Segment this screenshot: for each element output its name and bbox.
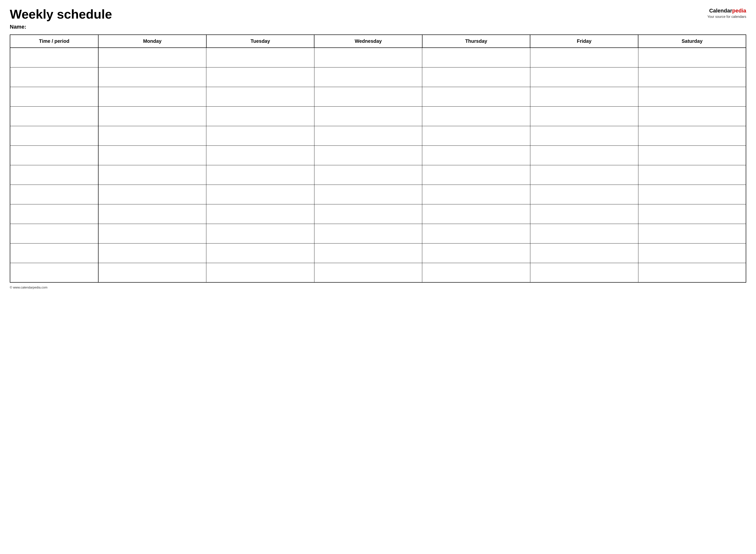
day-cell[interactable]	[422, 48, 530, 67]
day-cell[interactable]	[638, 146, 746, 165]
logo-tagline: Your source for calendars	[707, 14, 746, 19]
table-row	[10, 87, 746, 106]
time-cell[interactable]	[10, 67, 98, 87]
day-cell[interactable]	[530, 67, 638, 87]
day-cell[interactable]	[530, 263, 638, 282]
table-row	[10, 146, 746, 165]
day-cell[interactable]	[98, 48, 206, 67]
day-cell[interactable]	[314, 48, 422, 67]
day-cell[interactable]	[530, 48, 638, 67]
day-cell[interactable]	[206, 48, 314, 67]
day-cell[interactable]	[314, 67, 422, 87]
page-header: Weekly schedule Calendarpedia Your sourc…	[10, 7, 746, 21]
day-cell[interactable]	[314, 204, 422, 224]
day-cell[interactable]	[314, 126, 422, 146]
page-title: Weekly schedule	[10, 7, 112, 21]
day-cell[interactable]	[206, 204, 314, 224]
day-cell[interactable]	[638, 126, 746, 146]
day-cell[interactable]	[206, 224, 314, 243]
time-cell[interactable]	[10, 48, 98, 67]
day-cell[interactable]	[638, 243, 746, 263]
time-cell[interactable]	[10, 263, 98, 282]
day-cell[interactable]	[638, 165, 746, 184]
day-cell[interactable]	[98, 146, 206, 165]
day-cell[interactable]	[206, 106, 314, 126]
day-cell[interactable]	[422, 224, 530, 243]
day-cell[interactable]	[206, 87, 314, 106]
day-cell[interactable]	[314, 146, 422, 165]
time-cell[interactable]	[10, 204, 98, 224]
table-row	[10, 224, 746, 243]
day-cell[interactable]	[98, 224, 206, 243]
day-cell[interactable]	[314, 263, 422, 282]
day-cell[interactable]	[98, 106, 206, 126]
day-cell[interactable]	[530, 165, 638, 184]
day-cell[interactable]	[422, 67, 530, 87]
day-cell[interactable]	[530, 126, 638, 146]
day-cell[interactable]	[314, 106, 422, 126]
time-cell[interactable]	[10, 106, 98, 126]
day-cell[interactable]	[98, 243, 206, 263]
table-row	[10, 48, 746, 67]
day-cell[interactable]	[530, 106, 638, 126]
day-cell[interactable]	[422, 243, 530, 263]
day-cell[interactable]	[314, 87, 422, 106]
day-cell[interactable]	[206, 263, 314, 282]
footer: © www.calendarpedia.com	[10, 286, 746, 289]
day-cell[interactable]	[638, 263, 746, 282]
day-cell[interactable]	[638, 106, 746, 126]
table-row	[10, 243, 746, 263]
day-cell[interactable]	[422, 126, 530, 146]
time-cell[interactable]	[10, 146, 98, 165]
day-cell[interactable]	[314, 165, 422, 184]
time-cell[interactable]	[10, 165, 98, 184]
day-cell[interactable]	[638, 87, 746, 106]
day-cell[interactable]	[422, 184, 530, 204]
day-cell[interactable]	[314, 224, 422, 243]
time-cell[interactable]	[10, 224, 98, 243]
day-cell[interactable]	[98, 204, 206, 224]
day-cell[interactable]	[206, 126, 314, 146]
logo-area: Calendarpedia Your source for calendars	[707, 7, 746, 19]
day-cell[interactable]	[206, 146, 314, 165]
day-cell[interactable]	[638, 224, 746, 243]
day-cell[interactable]	[98, 165, 206, 184]
day-cell[interactable]	[638, 67, 746, 87]
day-cell[interactable]	[530, 204, 638, 224]
day-cell[interactable]	[206, 243, 314, 263]
day-cell[interactable]	[530, 224, 638, 243]
col-header-friday: Friday	[530, 35, 638, 48]
day-cell[interactable]	[206, 184, 314, 204]
logo-pedia-text: pedia	[732, 8, 746, 14]
day-cell[interactable]	[98, 87, 206, 106]
day-cell[interactable]	[314, 184, 422, 204]
day-cell[interactable]	[98, 67, 206, 87]
day-cell[interactable]	[98, 126, 206, 146]
table-row	[10, 126, 746, 146]
day-cell[interactable]	[530, 146, 638, 165]
day-cell[interactable]	[98, 263, 206, 282]
day-cell[interactable]	[422, 165, 530, 184]
time-cell[interactable]	[10, 184, 98, 204]
day-cell[interactable]	[206, 165, 314, 184]
day-cell[interactable]	[422, 263, 530, 282]
day-cell[interactable]	[206, 67, 314, 87]
day-cell[interactable]	[638, 184, 746, 204]
day-cell[interactable]	[98, 184, 206, 204]
day-cell[interactable]	[422, 106, 530, 126]
day-cell[interactable]	[638, 48, 746, 67]
day-cell[interactable]	[530, 243, 638, 263]
day-cell[interactable]	[422, 146, 530, 165]
col-header-wednesday: Wednesday	[314, 35, 422, 48]
day-cell[interactable]	[422, 204, 530, 224]
day-cell[interactable]	[530, 87, 638, 106]
day-cell[interactable]	[638, 204, 746, 224]
day-cell[interactable]	[422, 87, 530, 106]
time-cell[interactable]	[10, 243, 98, 263]
time-cell[interactable]	[10, 126, 98, 146]
day-cell[interactable]	[530, 184, 638, 204]
schedule-table: Time / period Monday Tuesday Wednesday T…	[10, 35, 746, 283]
time-cell[interactable]	[10, 87, 98, 106]
day-cell[interactable]	[314, 243, 422, 263]
table-header-row: Time / period Monday Tuesday Wednesday T…	[10, 35, 746, 48]
